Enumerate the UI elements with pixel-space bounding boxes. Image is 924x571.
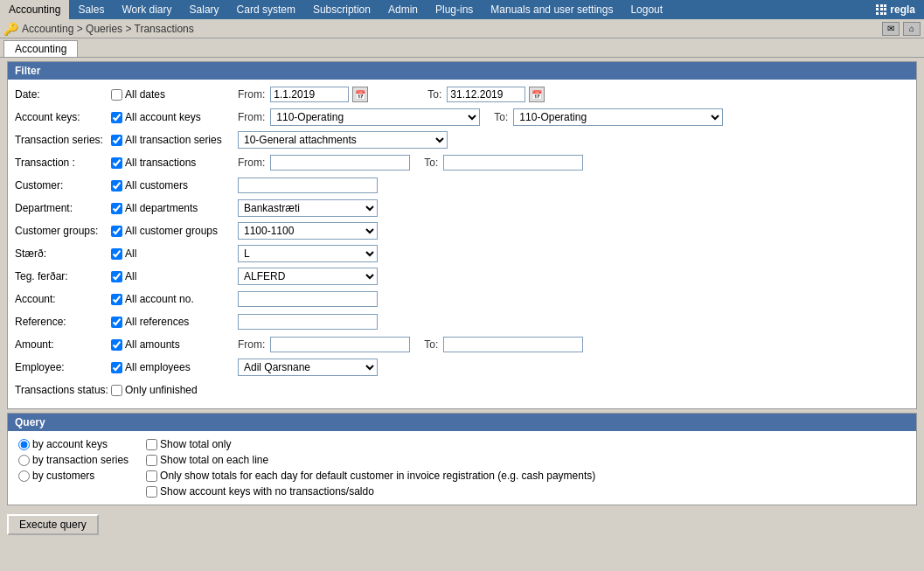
reference-label: Reference: — [15, 316, 66, 328]
show-total-only-checkbox[interactable] — [146, 439, 157, 450]
all-customer-groups-checkbox[interactable] — [111, 226, 122, 237]
transaction-series-select[interactable]: 10-General attachments — [238, 131, 448, 149]
amount-to-input[interactable] — [443, 337, 583, 352]
customer-label: Customer: — [15, 179, 63, 191]
employee-select[interactable]: Adil Qarsnane — [238, 359, 378, 376]
all-references-checkbox[interactable] — [111, 317, 122, 328]
show-daily-totals-checkbox[interactable] — [146, 470, 157, 482]
nav-plugins[interactable]: Plug-ins — [427, 0, 482, 19]
all-account-no-label[interactable]: All account no. — [111, 293, 194, 305]
amount-label: Amount: — [15, 338, 54, 351]
amount-row: Amount: All amounts From: To: — [15, 335, 909, 354]
all-customers-checkbox[interactable] — [111, 180, 122, 191]
employee-label: Employee: — [15, 361, 65, 373]
department-row: Department: All departments Bankastræti — [15, 198, 909, 218]
radio-transaction-series[interactable] — [18, 455, 30, 466]
account-keys-to-select[interactable]: 110-Operating — [513, 108, 723, 126]
reference-input[interactable] — [238, 314, 378, 330]
all-customers-label[interactable]: All customers — [111, 179, 188, 191]
all-amounts-checkbox[interactable] — [111, 339, 122, 351]
transaction-series-row: Transaction series: All transaction seri… — [15, 130, 909, 150]
all-transaction-series-checkbox[interactable] — [111, 135, 122, 146]
date-from-input[interactable] — [270, 87, 349, 102]
account-keys-from-select[interactable]: 110-Operating — [270, 108, 480, 126]
show-total-only-label[interactable]: Show total only — [146, 438, 595, 450]
amount-from-input[interactable] — [270, 337, 410, 352]
account-input[interactable] — [238, 291, 378, 307]
query-radio-group: by account keys by transaction series by… — [18, 438, 129, 498]
all-departments-checkbox[interactable] — [111, 203, 122, 214]
account-label: Account: — [15, 293, 56, 305]
reference-row: Reference: All references — [15, 312, 909, 331]
radio-transaction-series-label[interactable]: by transaction series — [18, 454, 129, 466]
show-daily-totals-label[interactable]: Only show totals for each day for defaul… — [146, 470, 595, 482]
staerd-all-label[interactable]: All — [111, 247, 136, 260]
nav-admin[interactable]: Admin — [379, 0, 427, 19]
date-from-label: From: — [238, 88, 265, 101]
all-transactions-checkbox[interactable] — [111, 157, 122, 169]
date-to-input[interactable] — [447, 87, 525, 102]
account-keys-row: Account keys: All account keys From: 110… — [15, 108, 909, 127]
teg-ferdar-all-label[interactable]: All — [111, 270, 136, 282]
all-account-keys-label[interactable]: All account keys — [111, 111, 201, 123]
date-from-calendar[interactable]: 📅 — [352, 87, 368, 102]
all-dates-checkbox-label[interactable]: All dates — [111, 88, 165, 101]
employee-row: Employee: All employees Adil Qarsnane — [15, 358, 909, 377]
radio-account-keys[interactable] — [18, 439, 30, 450]
breadcrumb-bar: 🔑 Accounting > Queries > Transactions ✉ … — [0, 19, 924, 38]
all-transactions-label[interactable]: All transactions — [111, 157, 196, 169]
all-account-no-checkbox[interactable] — [111, 294, 122, 305]
amount-to-label: To: — [424, 338, 438, 351]
home-icon[interactable]: ⌂ — [903, 22, 921, 36]
all-employees-label[interactable]: All employees — [111, 361, 191, 373]
customer-groups-select[interactable]: 1100-1100 — [238, 222, 378, 240]
filter-section: Filter Date: All dates From: 📅 To: — [7, 61, 917, 409]
nav-logout[interactable]: Logout — [622, 0, 671, 19]
nav-subscription[interactable]: Subscription — [304, 0, 379, 19]
customer-input[interactable] — [238, 178, 378, 193]
email-icon[interactable]: ✉ — [882, 22, 900, 36]
nav-accounting[interactable]: Accounting — [0, 0, 69, 19]
date-to-calendar[interactable]: 📅 — [529, 87, 545, 102]
nav-card-system[interactable]: Card system — [228, 0, 304, 19]
department-label: Department: — [15, 202, 73, 214]
execute-area: Execute query — [0, 509, 924, 540]
account-keys-label: Account keys: — [15, 111, 80, 123]
all-employees-checkbox[interactable] — [111, 362, 122, 373]
execute-query-button[interactable]: Execute query — [7, 514, 99, 535]
transaction-to-input[interactable] — [443, 155, 583, 171]
nav-manuals[interactable]: Manuals and user settings — [482, 0, 622, 19]
staerd-checkbox[interactable] — [111, 248, 122, 260]
radio-account-keys-label[interactable]: by account keys — [18, 438, 129, 450]
show-no-transactions-label[interactable]: Show account keys with no transactions/s… — [146, 485, 595, 498]
department-select[interactable]: Bankastræti — [238, 199, 378, 217]
customer-row: Customer: All customers — [15, 176, 909, 195]
all-amounts-label[interactable]: All amounts — [111, 338, 180, 351]
transaction-from-input[interactable] — [270, 155, 410, 171]
transaction-series-label: Transaction series: — [15, 134, 103, 146]
date-to-label: To: — [427, 88, 441, 101]
show-total-each-line-label[interactable]: Show total on each line — [146, 454, 595, 466]
all-customer-groups-label[interactable]: All customer groups — [111, 225, 218, 237]
all-transaction-series-label[interactable]: All transaction series — [111, 134, 222, 146]
tab-accounting[interactable]: Accounting — [3, 40, 78, 57]
nav-sales[interactable]: Sales — [69, 0, 113, 19]
radio-customers-label[interactable]: by customers — [18, 470, 129, 482]
all-account-keys-checkbox[interactable] — [111, 112, 122, 123]
only-unfinished-label[interactable]: Only unfinished — [111, 384, 198, 396]
all-references-label[interactable]: All references — [111, 316, 189, 328]
all-dates-checkbox[interactable] — [111, 89, 122, 101]
staerd-select[interactable]: L — [238, 245, 378, 262]
radio-customers[interactable] — [18, 470, 30, 482]
show-total-each-line-checkbox[interactable] — [146, 455, 157, 466]
nav-salary[interactable]: Salary — [181, 0, 228, 19]
transaction-row: Transaction : All transactions From: To: — [15, 153, 909, 172]
date-label: Date: — [15, 88, 40, 101]
teg-ferdar-select[interactable]: ALFERD — [238, 268, 378, 285]
teg-ferdar-checkbox[interactable] — [111, 271, 122, 282]
all-departments-label[interactable]: All departments — [111, 202, 198, 214]
show-no-transactions-checkbox[interactable] — [146, 486, 157, 498]
transaction-from-label: From: — [238, 157, 265, 169]
nav-work-diary[interactable]: Work diary — [113, 0, 180, 19]
only-unfinished-checkbox[interactable] — [111, 385, 122, 396]
